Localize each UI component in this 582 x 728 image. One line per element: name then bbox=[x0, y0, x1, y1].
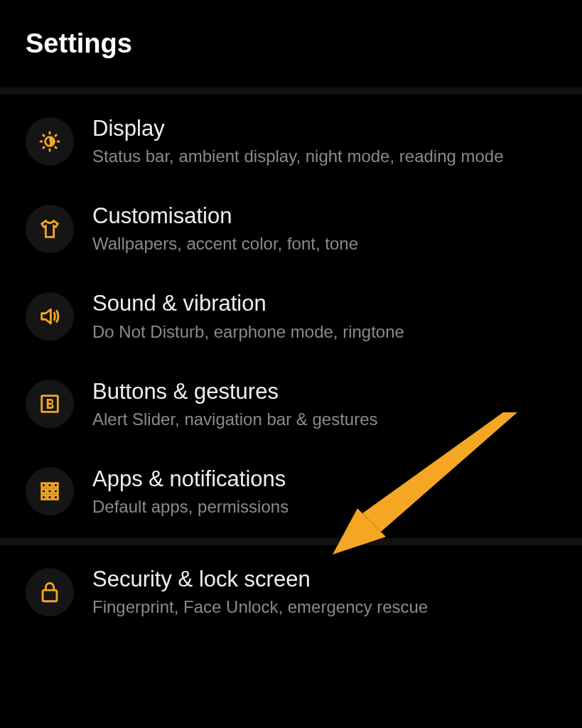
item-title: Security & lock screen bbox=[92, 566, 428, 592]
svg-rect-14 bbox=[48, 490, 52, 494]
settings-list: Display Status bar, ambient display, nig… bbox=[0, 95, 582, 538]
section-divider bbox=[0, 538, 582, 545]
item-subtitle: Default apps, permissions bbox=[92, 496, 289, 518]
item-title: Apps & notifications bbox=[92, 466, 289, 492]
item-subtitle: Wallpapers, accent color, font, tone bbox=[92, 233, 358, 255]
svg-rect-17 bbox=[48, 496, 52, 500]
svg-rect-13 bbox=[42, 490, 46, 494]
svg-rect-18 bbox=[54, 496, 58, 500]
item-title: Buttons & gestures bbox=[92, 378, 378, 405]
page-title: Settings bbox=[26, 28, 582, 59]
settings-item-apps[interactable]: Apps & notifications Default apps, permi… bbox=[0, 448, 582, 535]
svg-rect-11 bbox=[48, 483, 52, 488]
settings-item-display[interactable]: Display Status bar, ambient display, nig… bbox=[0, 97, 582, 185]
svg-rect-12 bbox=[54, 483, 58, 488]
item-text: Customisation Wallpapers, accent color, … bbox=[92, 203, 358, 255]
svg-line-7 bbox=[43, 146, 45, 149]
item-subtitle: Fingerprint, Face Unlock, emergency resc… bbox=[92, 596, 428, 618]
svg-rect-16 bbox=[42, 496, 46, 500]
svg-rect-15 bbox=[54, 490, 58, 494]
settings-item-security[interactable]: Security & lock screen Fingerprint, Face… bbox=[0, 548, 582, 636]
settings-header: Settings bbox=[0, 0, 582, 87]
settings-item-customisation[interactable]: Customisation Wallpapers, accent color, … bbox=[0, 185, 582, 272]
settings-list-2: Security & lock screen Fingerprint, Face… bbox=[0, 545, 582, 638]
item-title: Customisation bbox=[92, 203, 358, 229]
speaker-icon bbox=[26, 292, 74, 341]
item-subtitle: Alert Slider, navigation bar & gestures bbox=[92, 409, 378, 430]
item-text: Display Status bar, ambient display, nig… bbox=[92, 115, 504, 167]
box-b-icon bbox=[26, 380, 74, 428]
shirt-icon bbox=[26, 205, 74, 253]
item-text: Buttons & gestures Alert Slider, navigat… bbox=[92, 378, 378, 430]
item-subtitle: Do Not Disturb, earphone mode, ringtone bbox=[92, 321, 404, 343]
settings-item-buttons[interactable]: Buttons & gestures Alert Slider, navigat… bbox=[0, 360, 582, 448]
item-text: Sound & vibration Do Not Disturb, earpho… bbox=[92, 290, 404, 342]
svg-rect-10 bbox=[42, 483, 46, 488]
item-text: Security & lock screen Fingerprint, Face… bbox=[92, 566, 428, 618]
svg-line-5 bbox=[43, 134, 45, 136]
svg-line-6 bbox=[55, 146, 57, 149]
item-title: Sound & vibration bbox=[92, 290, 404, 316]
item-title: Display bbox=[92, 115, 504, 141]
svg-line-8 bbox=[55, 134, 57, 136]
section-divider bbox=[0, 87, 582, 95]
item-subtitle: Status bar, ambient display, night mode,… bbox=[92, 146, 504, 167]
brightness-icon bbox=[26, 117, 74, 166]
svg-rect-19 bbox=[43, 590, 57, 601]
item-text: Apps & notifications Default apps, permi… bbox=[92, 466, 289, 518]
apps-grid-icon bbox=[26, 467, 74, 515]
lock-icon bbox=[26, 568, 74, 616]
settings-item-sound[interactable]: Sound & vibration Do Not Disturb, earpho… bbox=[0, 272, 582, 360]
